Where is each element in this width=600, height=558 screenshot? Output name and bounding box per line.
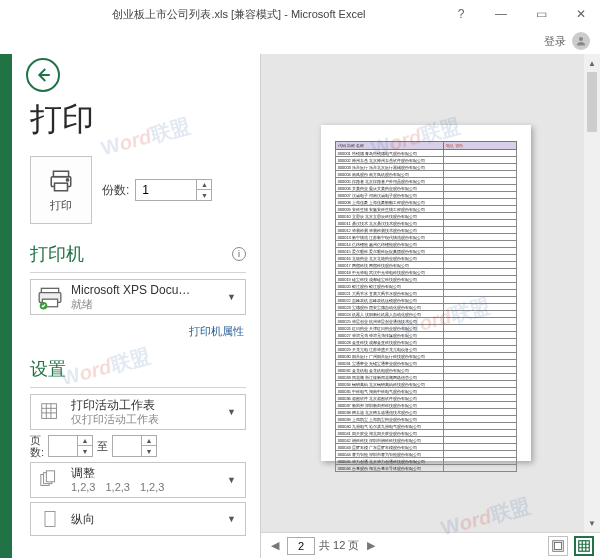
total-pages-label: 共 12 页 bbox=[319, 538, 359, 553]
table-cell: 300035 中科电气 湖南中科电气股份有限公司 bbox=[335, 388, 444, 395]
table-cell: 300025 华星创业 杭州华星创业通信技术公司 bbox=[335, 318, 444, 325]
table-row: 300025 华星创业 杭州华星创业通信技术公司 bbox=[335, 318, 516, 325]
svg-rect-13 bbox=[45, 512, 55, 527]
table-cell bbox=[444, 276, 516, 283]
backstage-edge bbox=[0, 54, 12, 558]
printer-properties-link[interactable]: 打印机属性 bbox=[189, 325, 244, 337]
app-name: - Microsoft Excel bbox=[284, 8, 365, 20]
table-row: 300008 上海佳豪 上海佳豪船舶工程股份有限公司 bbox=[335, 199, 516, 206]
table-row: 300003 乐普医疗 乐普北京医疗器械股份有限公司 bbox=[335, 164, 516, 171]
table-row: 300038 梅泰诺 北京梅泰诺通信技术股份公司 bbox=[335, 409, 516, 416]
table-cell: 300034 钢研高纳 北京钢研高纳科技股份有限公司 bbox=[335, 381, 444, 388]
copies-input[interactable] bbox=[136, 180, 196, 200]
table-cell bbox=[444, 199, 516, 206]
account-row: 登录 bbox=[0, 28, 600, 54]
table-cell: 300044 赛为智能 深圳市赛为智能股份有限公司 bbox=[335, 451, 444, 458]
print-button[interactable]: 打印 bbox=[30, 156, 92, 224]
help-icon[interactable]: ? bbox=[446, 4, 476, 24]
table-cell: 300014 亿纬锂能 惠州亿纬锂能股份有限公司 bbox=[335, 241, 444, 248]
down-icon[interactable]: ▼ bbox=[142, 446, 156, 456]
table-cell bbox=[444, 423, 516, 430]
close-icon[interactable]: ✕ bbox=[566, 4, 596, 24]
login-link[interactable]: 登录 bbox=[544, 34, 566, 49]
chevron-down-icon: ▼ bbox=[227, 407, 241, 417]
table-cell bbox=[444, 178, 516, 185]
svg-rect-12 bbox=[46, 471, 54, 482]
prev-page-button[interactable]: ◀ bbox=[267, 538, 283, 554]
collate-seq: 1,2,3 bbox=[71, 481, 95, 494]
table-cell: 300045 华力创通 北京华力创通科技股份有限公司 bbox=[335, 458, 444, 465]
scroll-up-icon[interactable]: ▲ bbox=[584, 56, 600, 70]
col-header: 代码 简称 名称 bbox=[335, 142, 444, 150]
up-icon[interactable]: ▲ bbox=[142, 436, 156, 446]
print-what-line1: 打印活动工作表 bbox=[71, 398, 219, 412]
show-margins-button[interactable] bbox=[548, 536, 568, 556]
page-to-input[interactable] bbox=[113, 436, 141, 456]
maximize-icon[interactable]: ▭ bbox=[526, 4, 556, 24]
table-row: 300044 赛为智能 深圳市赛为智能股份有限公司 bbox=[335, 451, 516, 458]
minimize-icon[interactable]: — bbox=[486, 4, 516, 24]
table-row: 300046 台基股份 湖北台基半导体股份有限公司 bbox=[335, 465, 516, 472]
table-row: 300030 阳普医疗 广州阳普医疗科技股份有限公司 bbox=[335, 353, 516, 360]
settings-heading: 设置 bbox=[30, 357, 66, 381]
preview-footer: ◀ 共 12 页 ▶ bbox=[261, 532, 600, 558]
table-cell bbox=[444, 227, 516, 234]
table-row: 300013 新宁物流 江苏新宁现代物流股份有限公司 bbox=[335, 234, 516, 241]
table-row: 300039 上海凯宝 上海凯宝药业股份有限公司 bbox=[335, 416, 516, 423]
table-row: 300024 机器人 沈阳新松机器人自动化股份公司 bbox=[335, 311, 516, 318]
print-what-selector[interactable]: 打印活动工作表 仅打印活动工作表 ▼ bbox=[30, 394, 246, 430]
table-cell bbox=[444, 465, 516, 472]
table-row: 300033 同花顺 浙江核新同花顺网络信息公司 bbox=[335, 374, 516, 381]
scroll-down-icon[interactable]: ▼ bbox=[584, 516, 600, 530]
page-from-input[interactable] bbox=[49, 436, 77, 456]
collate-selector[interactable]: 调整 1,2,3 1,2,3 1,2,3 ▼ bbox=[30, 462, 246, 498]
copies-spinner[interactable]: ▲ ▼ bbox=[135, 179, 212, 201]
vertical-scrollbar[interactable]: ▲ ▼ bbox=[584, 54, 600, 532]
table-cell: 300008 上海佳豪 上海佳豪船舶工程股份有限公司 bbox=[335, 199, 444, 206]
table-row: 300009 安科生物 安徽安科生物工程股份有限公司 bbox=[335, 206, 516, 213]
table-cell bbox=[444, 248, 516, 255]
table-row: 300034 钢研高纳 北京钢研高纳科技股份有限公司 bbox=[335, 381, 516, 388]
info-icon[interactable]: i bbox=[232, 247, 246, 261]
copies-down-icon[interactable]: ▼ bbox=[197, 190, 211, 200]
table-row: 300040 九洲电气 哈尔滨九洲电气股份有限公司 bbox=[335, 423, 516, 430]
table-cell bbox=[444, 451, 516, 458]
next-page-button[interactable]: ▶ bbox=[363, 538, 379, 554]
up-icon[interactable]: ▲ bbox=[78, 436, 92, 446]
back-button[interactable] bbox=[26, 58, 60, 92]
table-cell: 300015 爱尔眼科 爱尔眼科医院集团股份有限公司 bbox=[335, 248, 444, 255]
scroll-thumb[interactable] bbox=[587, 72, 597, 132]
table-row: 300023 宝德股份 西安宝德自动化股份有限公司 bbox=[335, 304, 516, 311]
table-cell bbox=[444, 213, 516, 220]
page-to-spinner[interactable]: ▲▼ bbox=[112, 435, 157, 457]
table-cell: 300003 乐普医疗 乐普北京医疗器械股份有限公司 bbox=[335, 164, 444, 171]
current-page-input[interactable] bbox=[287, 537, 315, 555]
table-row: 300019 硅宝科技 成都硅宝科技股份有限公司 bbox=[335, 276, 516, 283]
table-cell bbox=[444, 164, 516, 171]
window-controls: ? — ▭ ✕ bbox=[446, 4, 596, 24]
table-cell bbox=[444, 409, 516, 416]
printer-selector[interactable]: Microsoft XPS Docu… 就绪 ▼ bbox=[30, 279, 246, 315]
table-row: 300002 神州泰岳 北京神州泰岳软件股份有限公司 bbox=[335, 157, 516, 164]
table-cell: 300010 立思辰 北京立思辰科技股份有限公司 bbox=[335, 213, 444, 220]
page-from-spinner[interactable]: ▲▼ bbox=[48, 435, 93, 457]
table-cell: 300023 宝德股份 西安宝德自动化股份有限公司 bbox=[335, 304, 444, 311]
table-cell: 300040 九洲电气 哈尔滨九洲电气股份有限公司 bbox=[335, 423, 444, 430]
printer-heading: 打印机 bbox=[30, 242, 84, 266]
table-row: 300012 华测检测 华测检测技术股份有限公司 bbox=[335, 227, 516, 234]
pages-label-1: 页 bbox=[30, 434, 44, 446]
copies-up-icon[interactable]: ▲ bbox=[197, 180, 211, 190]
table-cell bbox=[444, 374, 516, 381]
orientation-selector[interactable]: 纵向 ▼ bbox=[30, 502, 246, 536]
avatar-icon[interactable] bbox=[572, 32, 590, 50]
table-row: 300001 特锐德 青岛特锐德电气股份有限公司 bbox=[335, 150, 516, 157]
title-bar: 创业板上市公司列表.xls [兼容模式] - Microsoft Excel ?… bbox=[0, 0, 600, 28]
table-cell bbox=[444, 395, 516, 402]
zoom-to-page-button[interactable] bbox=[574, 536, 594, 556]
print-panel: 打印 打印 份数: ▲ ▼ 打印机 i bbox=[12, 54, 260, 558]
down-icon[interactable]: ▼ bbox=[78, 446, 92, 456]
table-row: 300035 中科电气 湖南中科电气股份有限公司 bbox=[335, 388, 516, 395]
table-cell: 300030 阳普医疗 广州阳普医疗科技股份有限公司 bbox=[335, 353, 444, 360]
table-cell: 300005 探路者 北京探路者户外用品股份有限公司 bbox=[335, 178, 444, 185]
preview-viewport[interactable]: 代码 简称 名称地区 省份 300001 特锐德 青岛特锐德电气股份有限公司30… bbox=[261, 54, 600, 532]
